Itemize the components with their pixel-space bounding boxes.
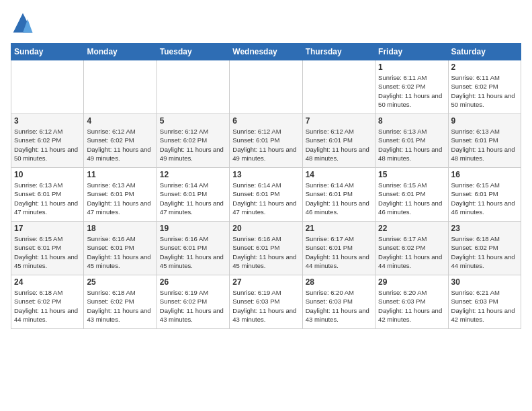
day-info: Sunrise: 6:13 AM Sunset: 6:01 PM Dayligh… bbox=[378, 127, 445, 163]
day-number: 9 bbox=[451, 116, 518, 126]
calendar-header-monday: Monday bbox=[84, 44, 157, 60]
day-info: Sunrise: 6:18 AM Sunset: 6:02 PM Dayligh… bbox=[14, 288, 81, 324]
calendar-cell bbox=[157, 60, 229, 114]
calendar-cell: 5Sunrise: 6:12 AM Sunset: 6:02 PM Daylig… bbox=[157, 114, 229, 168]
calendar-header-friday: Friday bbox=[375, 44, 448, 60]
calendar-cell: 26Sunrise: 6:19 AM Sunset: 6:02 PM Dayli… bbox=[157, 275, 229, 329]
calendar-cell: 4Sunrise: 6:12 AM Sunset: 6:02 PM Daylig… bbox=[84, 114, 157, 168]
calendar-week-row: 3Sunrise: 6:12 AM Sunset: 6:02 PM Daylig… bbox=[11, 114, 521, 168]
day-info: Sunrise: 6:12 AM Sunset: 6:01 PM Dayligh… bbox=[232, 127, 299, 163]
calendar-cell: 13Sunrise: 6:14 AM Sunset: 6:01 PM Dayli… bbox=[230, 168, 302, 222]
calendar-cell: 24Sunrise: 6:18 AM Sunset: 6:02 PM Dayli… bbox=[11, 275, 84, 329]
day-info: Sunrise: 6:18 AM Sunset: 6:02 PM Dayligh… bbox=[87, 288, 153, 324]
calendar-header-sunday: Sunday bbox=[11, 44, 84, 60]
calendar-week-row: 24Sunrise: 6:18 AM Sunset: 6:02 PM Dayli… bbox=[11, 275, 521, 329]
logo-icon bbox=[11, 11, 35, 35]
calendar-cell: 20Sunrise: 6:16 AM Sunset: 6:01 PM Dayli… bbox=[230, 222, 302, 275]
day-info: Sunrise: 6:12 AM Sunset: 6:01 PM Dayligh… bbox=[306, 127, 372, 163]
day-info: Sunrise: 6:18 AM Sunset: 6:02 PM Dayligh… bbox=[451, 234, 518, 270]
day-number: 23 bbox=[451, 224, 518, 233]
page-header bbox=[11, 11, 521, 35]
day-number: 17 bbox=[14, 224, 81, 233]
calendar-header-row: SundayMondayTuesdayWednesdayThursdayFrid… bbox=[11, 44, 521, 60]
day-info: Sunrise: 6:16 AM Sunset: 6:01 PM Dayligh… bbox=[232, 234, 299, 270]
day-info: Sunrise: 6:13 AM Sunset: 6:01 PM Dayligh… bbox=[87, 181, 153, 216]
day-number: 26 bbox=[160, 277, 226, 287]
day-number: 15 bbox=[378, 170, 445, 179]
day-info: Sunrise: 6:17 AM Sunset: 6:02 PM Dayligh… bbox=[378, 234, 445, 270]
day-number: 22 bbox=[378, 224, 445, 233]
day-info: Sunrise: 6:20 AM Sunset: 6:03 PM Dayligh… bbox=[378, 288, 445, 324]
day-info: Sunrise: 6:12 AM Sunset: 6:02 PM Dayligh… bbox=[160, 127, 226, 163]
calendar-cell: 25Sunrise: 6:18 AM Sunset: 6:02 PM Dayli… bbox=[84, 275, 157, 329]
calendar-cell: 3Sunrise: 6:12 AM Sunset: 6:02 PM Daylig… bbox=[11, 114, 84, 168]
calendar-table: SundayMondayTuesdayWednesdayThursdayFrid… bbox=[11, 43, 521, 329]
day-number: 25 bbox=[87, 277, 153, 287]
calendar-cell: 16Sunrise: 6:15 AM Sunset: 6:01 PM Dayli… bbox=[448, 168, 521, 222]
day-number: 18 bbox=[87, 224, 153, 233]
day-info: Sunrise: 6:12 AM Sunset: 6:02 PM Dayligh… bbox=[14, 127, 81, 163]
day-info: Sunrise: 6:15 AM Sunset: 6:01 PM Dayligh… bbox=[378, 181, 445, 216]
day-number: 5 bbox=[160, 116, 226, 126]
day-number: 10 bbox=[14, 170, 81, 179]
day-info: Sunrise: 6:17 AM Sunset: 6:01 PM Dayligh… bbox=[306, 234, 372, 270]
day-number: 20 bbox=[232, 224, 299, 233]
day-info: Sunrise: 6:20 AM Sunset: 6:03 PM Dayligh… bbox=[306, 288, 372, 324]
day-info: Sunrise: 6:11 AM Sunset: 6:02 PM Dayligh… bbox=[451, 73, 518, 109]
day-number: 28 bbox=[306, 277, 372, 287]
day-number: 19 bbox=[160, 224, 226, 233]
calendar-cell bbox=[84, 60, 157, 114]
calendar-cell: 9Sunrise: 6:13 AM Sunset: 6:01 PM Daylig… bbox=[448, 114, 521, 168]
calendar-cell bbox=[11, 60, 84, 114]
day-number: 6 bbox=[232, 116, 299, 126]
calendar-cell: 22Sunrise: 6:17 AM Sunset: 6:02 PM Dayli… bbox=[375, 222, 448, 275]
calendar-cell: 2Sunrise: 6:11 AM Sunset: 6:02 PM Daylig… bbox=[448, 60, 521, 114]
day-number: 2 bbox=[451, 62, 518, 72]
day-info: Sunrise: 6:14 AM Sunset: 6:01 PM Dayligh… bbox=[306, 181, 372, 216]
day-number: 14 bbox=[306, 170, 372, 179]
calendar-cell: 1Sunrise: 6:11 AM Sunset: 6:02 PM Daylig… bbox=[375, 60, 448, 114]
calendar-cell: 10Sunrise: 6:13 AM Sunset: 6:01 PM Dayli… bbox=[11, 168, 84, 222]
day-info: Sunrise: 6:11 AM Sunset: 6:02 PM Dayligh… bbox=[378, 73, 445, 109]
day-number: 4 bbox=[87, 116, 153, 126]
calendar-header-tuesday: Tuesday bbox=[157, 44, 229, 60]
day-info: Sunrise: 6:12 AM Sunset: 6:02 PM Dayligh… bbox=[87, 127, 153, 163]
day-number: 11 bbox=[87, 170, 153, 179]
calendar-cell: 30Sunrise: 6:21 AM Sunset: 6:03 PM Dayli… bbox=[448, 275, 521, 329]
day-info: Sunrise: 6:15 AM Sunset: 6:01 PM Dayligh… bbox=[14, 234, 81, 270]
calendar-cell: 14Sunrise: 6:14 AM Sunset: 6:01 PM Dayli… bbox=[302, 168, 375, 222]
day-number: 13 bbox=[232, 170, 299, 179]
calendar-header-wednesday: Wednesday bbox=[230, 44, 302, 60]
day-info: Sunrise: 6:19 AM Sunset: 6:02 PM Dayligh… bbox=[160, 288, 226, 324]
calendar-week-row: 1Sunrise: 6:11 AM Sunset: 6:02 PM Daylig… bbox=[11, 60, 521, 114]
day-number: 1 bbox=[378, 62, 445, 72]
day-info: Sunrise: 6:14 AM Sunset: 6:01 PM Dayligh… bbox=[160, 181, 226, 216]
day-info: Sunrise: 6:21 AM Sunset: 6:03 PM Dayligh… bbox=[451, 288, 518, 324]
day-info: Sunrise: 6:16 AM Sunset: 6:01 PM Dayligh… bbox=[87, 234, 153, 270]
calendar-cell: 8Sunrise: 6:13 AM Sunset: 6:01 PM Daylig… bbox=[375, 114, 448, 168]
day-number: 12 bbox=[160, 170, 226, 179]
day-number: 24 bbox=[14, 277, 81, 287]
calendar-cell: 29Sunrise: 6:20 AM Sunset: 6:03 PM Dayli… bbox=[375, 275, 448, 329]
day-info: Sunrise: 6:16 AM Sunset: 6:01 PM Dayligh… bbox=[160, 234, 226, 270]
calendar-cell: 18Sunrise: 6:16 AM Sunset: 6:01 PM Dayli… bbox=[84, 222, 157, 275]
calendar-cell: 7Sunrise: 6:12 AM Sunset: 6:01 PM Daylig… bbox=[302, 114, 375, 168]
day-number: 27 bbox=[232, 277, 299, 287]
day-number: 8 bbox=[378, 116, 445, 126]
calendar-cell bbox=[230, 60, 302, 114]
day-info: Sunrise: 6:19 AM Sunset: 6:03 PM Dayligh… bbox=[232, 288, 299, 324]
calendar-cell: 19Sunrise: 6:16 AM Sunset: 6:01 PM Dayli… bbox=[157, 222, 229, 275]
day-number: 30 bbox=[451, 277, 518, 287]
calendar-header-saturday: Saturday bbox=[448, 44, 521, 60]
calendar-cell: 6Sunrise: 6:12 AM Sunset: 6:01 PM Daylig… bbox=[230, 114, 302, 168]
day-number: 7 bbox=[306, 116, 372, 126]
day-info: Sunrise: 6:13 AM Sunset: 6:01 PM Dayligh… bbox=[14, 181, 81, 216]
calendar-cell: 17Sunrise: 6:15 AM Sunset: 6:01 PM Dayli… bbox=[11, 222, 84, 275]
calendar-cell bbox=[302, 60, 375, 114]
day-number: 29 bbox=[378, 277, 445, 287]
calendar-header-thursday: Thursday bbox=[302, 44, 375, 60]
calendar-cell: 28Sunrise: 6:20 AM Sunset: 6:03 PM Dayli… bbox=[302, 275, 375, 329]
day-info: Sunrise: 6:15 AM Sunset: 6:01 PM Dayligh… bbox=[451, 181, 518, 216]
day-info: Sunrise: 6:14 AM Sunset: 6:01 PM Dayligh… bbox=[232, 181, 299, 216]
day-number: 21 bbox=[306, 224, 372, 233]
